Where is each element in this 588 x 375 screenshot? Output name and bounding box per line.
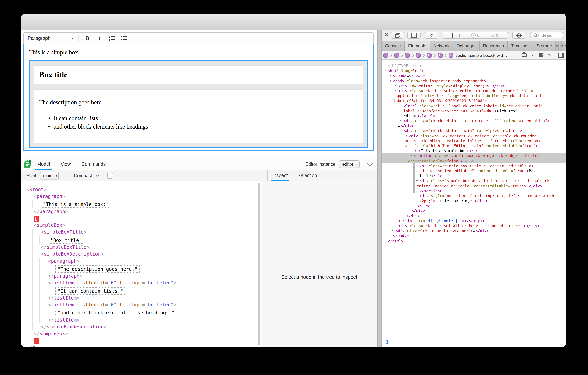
dom-tree-line[interactable]: </html> <box>381 238 566 243</box>
bold-button[interactable]: B <box>82 33 92 43</box>
model-text-node[interactable]: "It can contain lists," <box>55 287 126 294</box>
dom-tree-line[interactable]: </section> <box>381 188 566 193</box>
dom-tree-line[interactable]: <script src="dist/bundle.js"></script> <box>381 218 566 223</box>
devtools-tab-timelines[interactable]: Timelines <box>508 41 534 51</box>
expand-node-icon[interactable]: ▶ <box>391 228 395 233</box>
dom-tree-line[interactable]: </div> <box>381 208 566 213</box>
dom-tree-line[interactable]: </body> <box>381 233 566 238</box>
devtools-tab-debugger[interactable]: Debugger <box>453 41 480 51</box>
dom-tree-line[interactable]: <div class="ck ck-reset_all ck-body ck-r… <box>381 223 566 228</box>
dom-tree-line[interactable]: contenteditable="false"> = $0 <box>381 158 566 163</box>
collapse-node-icon[interactable]: ▼ <box>383 68 387 73</box>
dom-tree-line[interactable]: <label class="ck ck-label ck-voice-label… <box>381 103 566 108</box>
description-list-item[interactable]: It can contain lists, <box>48 115 358 122</box>
model-tree-line[interactable]: <listItem listIndent="0" listType="bulle… <box>21 302 261 309</box>
inspector-tab-view[interactable]: View <box>61 158 71 170</box>
dom-tree-line[interactable]: editor__nested-editable" contenteditable… <box>381 168 566 173</box>
model-text-node[interactable]: "and other block elements like headings.… <box>55 309 177 316</box>
breadcrumb-element-badge[interactable]: E <box>405 53 410 57</box>
dom-tree-line[interactable]: <div style="position: fixed; top: 0px; l… <box>381 193 566 198</box>
collapse-inspector-icon[interactable] <box>367 160 373 166</box>
reload-page-button[interactable]: ↻ <box>425 32 438 39</box>
editor-instance-select[interactable]: editor ▲▼ <box>339 160 359 168</box>
model-tree-line[interactable]: </$root> <box>21 344 261 347</box>
dom-tree-line[interactable]: aria-label="Rich Text Editor, main" cont… <box>381 143 566 148</box>
model-tree-line[interactable]: "The description goes here." <box>21 265 261 273</box>
breadcrumb-selected[interactable]: section.simple-box.ck-wid… <box>455 53 507 57</box>
inspector-tab-model[interactable]: Model <box>37 158 50 170</box>
dom-tree-line[interactable]: ▶<div class="ck-inspector-wrapper">…</di… <box>381 228 566 233</box>
model-tree-line[interactable]: </paragraph> <box>21 273 261 279</box>
dom-tree-line[interactable]: "application" dir="ltr" lang="en" aria-l… <box>381 93 566 98</box>
bulleted-list-button[interactable] <box>119 33 129 43</box>
collapse-node-icon[interactable]: ▼ <box>410 153 414 158</box>
expand-node-icon[interactable]: ▶ <box>394 83 398 88</box>
grid-overlay-icon[interactable] <box>539 54 543 57</box>
devtools-settings-gear-icon[interactable]: ⚙ <box>562 41 566 51</box>
devtools-tab-elements[interactable]: Elements <box>405 41 430 51</box>
dom-tree-line[interactable]: ▶<div id="editor" style="display: none;"… <box>381 83 566 88</box>
simple-box-title[interactable]: Box title <box>34 65 363 84</box>
collapse-node-icon[interactable]: ▼ <box>388 78 392 83</box>
model-text-node[interactable]: "Box title" <box>48 236 84 244</box>
breadcrumb-element-badge[interactable]: E <box>427 53 431 57</box>
model-tree-line[interactable]: </paragraph> <box>21 208 261 215</box>
devtools-search-field[interactable]: Search <box>530 32 564 38</box>
model-tree-line[interactable]: </simpleBoxTitle> <box>21 244 261 251</box>
dom-tree-line[interactable]: ▼<section class="simple-box ck-widget ck… <box>381 153 566 158</box>
undock-button[interactable] <box>391 32 404 39</box>
model-tree-line[interactable]: <simpleBox> <box>21 222 261 229</box>
model-tree-line[interactable]: "Box title" <box>21 236 261 244</box>
model-tree-line[interactable]: <$root> <box>21 186 261 193</box>
devtools-tabs-overflow[interactable]: » <box>556 41 559 51</box>
model-tree-line[interactable]: <paragraph> <box>21 193 261 200</box>
dom-tree-line[interactable]: ▼<div class="ck ck-reset ck-editor ck-ro… <box>381 88 566 93</box>
dom-tree-line[interactable]: ▶<head>…</head> <box>381 73 566 78</box>
expand-node-icon[interactable]: ▶ <box>388 73 392 78</box>
dom-tree-line[interactable]: <p>This is a simple box:</p> <box>381 148 566 153</box>
devtools-tab-network[interactable]: Network <box>430 41 453 51</box>
model-text-node[interactable]: "This is a simple box:" <box>41 201 111 208</box>
dom-tree-line[interactable]: corners ck-editor__editable_inline ck-fo… <box>381 138 566 143</box>
dom-tree-line[interactable]: ▼<body class="ck-inspector-body-expanded… <box>381 78 566 83</box>
source-code-icon[interactable]: ⟨⟩ <box>532 53 534 57</box>
model-tree-line[interactable]: "and other block elements like headings.… <box>21 309 261 317</box>
inspect-panel-tab-selection[interactable]: Selection <box>298 170 317 181</box>
styles-brush-icon[interactable]: ✎ <box>548 53 551 58</box>
model-text-node[interactable]: "The description goes here." <box>55 265 140 272</box>
model-tree-line[interactable]: <listItem listIndent="0" listType="bulle… <box>21 280 261 287</box>
expand-node-icon[interactable]: ▶ <box>399 118 403 123</box>
element-picker-button[interactable] <box>512 32 525 39</box>
devtools-tab-resources[interactable]: Resources <box>480 41 508 51</box>
model-tree-line[interactable]: <simpleBoxDescription> <box>21 251 261 258</box>
model-tree-line[interactable]: </listItem> <box>21 317 261 323</box>
simple-box-widget[interactable]: Box title The description goes here. It … <box>29 60 368 148</box>
dom-tree-line[interactable]: ▶<div class="ck ck-editor__top ck-reset_… <box>381 118 566 123</box>
expand-node-icon[interactable]: ▶ <box>415 178 419 183</box>
model-tree-line[interactable]: </simpleBoxDescription> <box>21 323 261 330</box>
dom-tree-line[interactable]: ▶<div class="simple-box-description ck-e… <box>381 178 566 183</box>
dom-tree-line[interactable]: 42px;">simple box widget</div> <box>381 198 566 203</box>
breadcrumb-element-badge[interactable]: E <box>394 53 399 57</box>
model-tree-line[interactable]: <simpleBoxTitle> <box>21 229 261 236</box>
breadcrumb-element-badge[interactable]: E <box>449 53 453 57</box>
description-paragraph[interactable]: The description goes here. <box>39 99 358 106</box>
simple-box-description[interactable]: The description goes here. It can contai… <box>34 89 363 143</box>
close-devtools-button[interactable]: ✕ <box>385 32 389 38</box>
model-tree-line[interactable]: ] <box>21 337 261 344</box>
details-sidebar-icon[interactable] <box>558 53 564 57</box>
dom-tree-line[interactable]: </div> <box>381 203 566 208</box>
description-list-item[interactable]: and other block elements like headings. <box>48 123 358 130</box>
numbered-list-button[interactable]: 1 2 <box>107 33 116 43</box>
dom-tree-line[interactable]: editor__nested-editable" contenteditable… <box>381 183 566 188</box>
collapse-node-icon[interactable]: ▼ <box>394 88 398 93</box>
collapse-node-icon[interactable]: ▼ <box>404 133 409 138</box>
breadcrumb-element-badge[interactable]: E <box>438 53 442 57</box>
model-tree-line[interactable]: [ <box>21 215 261 222</box>
dom-tree-line[interactable]: …</div> <box>381 123 566 128</box>
page-devtools-divider[interactable] <box>377 30 381 347</box>
model-tree-line[interactable]: </listItem> <box>21 295 261 301</box>
dom-tree-line[interactable]: label_e63cbbfece34c53ce23501062343f49b8"… <box>381 108 566 113</box>
compact-text-checkbox[interactable] <box>107 173 113 178</box>
dom-tree-line[interactable]: <h1 class="simple-box-title ck-editor__e… <box>381 164 566 168</box>
